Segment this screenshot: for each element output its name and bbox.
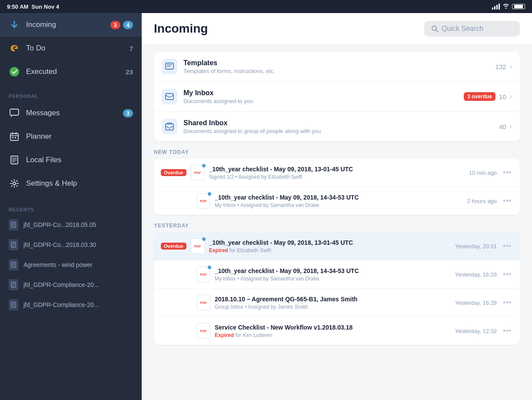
recent-label-4: jfd_GDPR-Compliance-20... [23, 281, 99, 288]
status-indicators [492, 3, 525, 10]
recent-item-2[interactable]: jfd_GDPR-Co...2018.03.30 [0, 235, 142, 255]
doc-info-yd2: _10th_year checklist - May 09, 2018, 14-… [215, 267, 451, 282]
doc-more-yd1[interactable]: ••• [501, 242, 513, 251]
quick-search-button[interactable]: Quick Search [424, 21, 520, 37]
doc-title-nt2: _10th_year checklist - May 09, 2018, 14-… [215, 194, 462, 201]
svg-rect-12 [166, 63, 173, 69]
doc-item-yd3[interactable]: PDF 2018.10.10 – Agreement QG-565-B1, Ja… [154, 289, 520, 317]
myinbox-info: My Inbox Documents assigned to you [183, 89, 458, 104]
doc-more-yd2[interactable]: ••• [501, 270, 513, 279]
recent-item-1[interactable]: jfd_GDPR-Co...2018.05.05 [0, 215, 142, 235]
doc-item-yd1[interactable]: Overdue PDF _10th_year checklist - May 0… [154, 232, 520, 260]
yesterday-list: Overdue PDF _10th_year checklist - May 0… [154, 232, 520, 345]
app-body: Incoming 3 4 To Do 7 [0, 13, 532, 400]
doc-subtitle-text-yd4: for Kim Lutteren [235, 332, 272, 338]
battery-icon [512, 4, 525, 9]
templates-meta: 132 › [495, 63, 512, 70]
doc-more-yd3[interactable]: ••• [501, 298, 513, 307]
doc-title-yd1: _10th_year checklist - May 09, 2018, 13-… [209, 239, 451, 246]
recent-item-4[interactable]: jfd_GDPR-Compliance-20... [0, 275, 142, 295]
doc-title-nt1: _10th_year checklist - May 09, 2018, 13-… [209, 166, 465, 173]
sharedinbox-icon [162, 119, 177, 134]
messages-icon [9, 107, 20, 119]
localfiles-icon [9, 154, 20, 166]
doc-item-yd2[interactable]: PDF _10th_year checklist - May 09, 2018,… [154, 260, 520, 289]
overdue-tag-nt1: Overdue [161, 169, 186, 176]
doc-time-yd1: Yesterday, 20:31 [455, 243, 497, 250]
planner-icon [9, 131, 20, 142]
doc-subtitle-yd1: Expired for Elizabeth Swift [209, 247, 451, 253]
inbox-card-templates[interactable]: Templates Templates of forms, instructio… [154, 52, 520, 82]
main-header: Incoming Quick Search [142, 13, 532, 45]
doc-more-nt2[interactable]: ••• [501, 197, 513, 206]
myinbox-subtitle: Documents assigned to you [183, 98, 458, 104]
blue-dot-nt2 [208, 192, 211, 196]
doc-subtitle-nt2: My Inbox • Assigned by Samantha van Drak… [215, 202, 462, 208]
blue-dot-nt1 [202, 164, 206, 167]
doc-info-nt2: _10th_year checklist - May 09, 2018, 14-… [215, 194, 462, 208]
doc-subtitle-yd4: Expired for Kim Lutteren [215, 332, 451, 338]
doc-time-yd4: Yesterday, 12:32 [455, 328, 497, 334]
svg-rect-2 [12, 137, 13, 138]
svg-rect-1 [10, 133, 18, 140]
inbox-card-myinbox[interactable]: My Inbox Documents assigned to you 3 ove… [154, 82, 520, 112]
recent-icon-4 [9, 279, 18, 290]
recent-icon-3 [9, 259, 18, 270]
recent-label-1: jfd_GDPR-Co...2018.05.05 [23, 221, 96, 228]
sidebar-item-todo[interactable]: To Do 7 [0, 37, 142, 60]
doc-info-yd1: _10th_year checklist - May 09, 2018, 13-… [209, 239, 451, 253]
main-scroll: Templates Templates of forms, instructio… [142, 45, 532, 400]
inbox-card-sharedinbox[interactable]: Shared Inbox Documents assigned to group… [154, 112, 520, 141]
divider-recents [0, 199, 142, 199]
doc-item-yd4[interactable]: PDF Service Checklist - New Workflow v1.… [154, 317, 520, 345]
sidebar-item-planner[interactable]: Planner [0, 125, 142, 148]
quick-search-label: Quick Search [442, 25, 483, 33]
doc-subtitle-text-yd1: for Elizabeth Swift [229, 247, 271, 253]
sidebar-item-messages[interactable]: Messages 3 [0, 101, 142, 125]
doc-item-nt1[interactable]: Overdue PDF _10th_year checklist - May 0… [154, 159, 520, 187]
main-content: Incoming Quick Search [142, 13, 532, 400]
doc-more-nt1[interactable]: ••• [501, 168, 513, 177]
section-personal: PERSONAL [0, 87, 142, 101]
executed-label: Executed [26, 67, 57, 76]
myinbox-icon [162, 89, 177, 104]
doc-info-yd4: Service Checklist - New Workflow v1.2018… [215, 324, 451, 338]
section-recents: RECENTS [0, 201, 142, 215]
svg-point-5 [13, 182, 16, 185]
page-title: Incoming [154, 22, 208, 43]
myinbox-meta: 3 overdue 10 › [464, 92, 512, 101]
sharedinbox-title: Shared Inbox [183, 119, 493, 127]
recent-item-5[interactable]: jfd_GDPR-Compliance-20... [0, 295, 142, 315]
sharedinbox-subtitle: Documents assigned to group of people al… [183, 128, 493, 134]
incoming-label: Incoming [26, 20, 56, 29]
doc-item-nt2[interactable]: PDF _10th_year checklist - May 09, 2018,… [154, 187, 520, 215]
inbox-cards: Templates Templates of forms, instructio… [154, 52, 520, 141]
sidebar-item-incoming[interactable]: Incoming 3 4 [0, 13, 142, 37]
localfiles-label: Local Files [26, 156, 61, 164]
doc-subtitle-yd3: Group Inbox • Assigned by James Smith [215, 304, 451, 310]
doc-subtitle-nt1: Signed 1/2 • Assigned by Elizabeth Swift [209, 174, 465, 180]
blue-dot-yd1 [202, 237, 206, 241]
recent-label-5: jfd_GDPR-Compliance-20... [23, 301, 99, 308]
badge-messages: 3 [123, 109, 133, 117]
doc-more-yd4[interactable]: ••• [501, 327, 513, 336]
sharedinbox-info: Shared Inbox Documents assigned to group… [183, 119, 493, 134]
doc-time-yd2: Yesterday, 16:28 [455, 271, 497, 278]
sidebar-item-settings[interactable]: Settings & Help [0, 172, 142, 195]
sharedinbox-meta: 40 › [499, 123, 512, 130]
templates-info: Templates Templates of forms, instructio… [183, 59, 489, 74]
pdf-icon-yd1: PDF [191, 238, 205, 254]
sidebar-item-localfiles[interactable]: Local Files [0, 148, 142, 172]
templates-title: Templates [183, 59, 489, 67]
new-today-header: NEW TODAY [154, 141, 520, 159]
svg-rect-13 [166, 93, 173, 100]
planner-label: Planner [26, 132, 52, 141]
pdf-icon-nt1: PDF [191, 165, 205, 180]
recent-item-3[interactable]: Agreements - wind power [0, 255, 142, 275]
myinbox-count: 10 [499, 93, 506, 100]
executed-icon [9, 66, 20, 77]
sharedinbox-chevron: › [510, 123, 512, 130]
badge-red-3: 3 [110, 21, 120, 29]
sidebar-item-executed[interactable]: Executed 23 [0, 60, 142, 83]
blue-dot-yd2 [208, 266, 211, 269]
